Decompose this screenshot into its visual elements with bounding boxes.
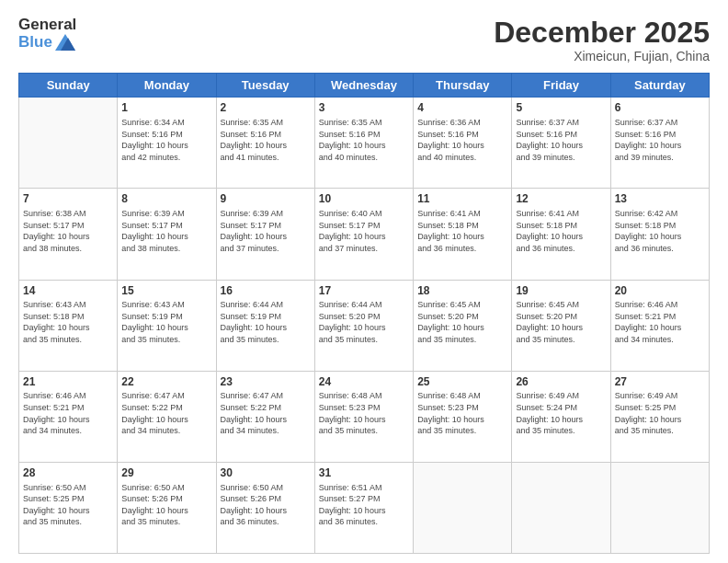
day-number: 1	[121, 100, 211, 116]
day-cell: 13Sunrise: 6:42 AM Sunset: 5:18 PM Dayli…	[610, 189, 709, 280]
day-info: Sunrise: 6:45 AM Sunset: 5:20 PM Dayligh…	[417, 299, 507, 345]
day-info: Sunrise: 6:50 AM Sunset: 5:25 PM Dayligh…	[23, 482, 113, 528]
logo-general: General	[18, 17, 76, 34]
day-info: Sunrise: 6:49 AM Sunset: 5:25 PM Dayligh…	[615, 390, 705, 436]
day-cell: 26Sunrise: 6:49 AM Sunset: 5:24 PM Dayli…	[512, 371, 610, 462]
day-number: 19	[516, 283, 606, 299]
day-cell: 20Sunrise: 6:46 AM Sunset: 5:21 PM Dayli…	[610, 280, 709, 371]
week-row-5: 28Sunrise: 6:50 AM Sunset: 5:25 PM Dayli…	[19, 462, 710, 553]
day-number: 16	[221, 283, 311, 299]
day-cell: 30Sunrise: 6:50 AM Sunset: 5:26 PM Dayli…	[216, 462, 314, 553]
day-cell: 24Sunrise: 6:48 AM Sunset: 5:23 PM Dayli…	[314, 371, 413, 462]
day-number: 22	[121, 374, 211, 390]
day-cell	[610, 462, 709, 553]
day-cell: 9Sunrise: 6:39 AM Sunset: 5:17 PM Daylig…	[216, 189, 314, 280]
day-number: 25	[417, 374, 507, 390]
month-title: December 2025	[494, 17, 710, 49]
day-cell: 21Sunrise: 6:46 AM Sunset: 5:21 PM Dayli…	[19, 371, 118, 462]
weekday-header-tuesday: Tuesday	[216, 74, 314, 98]
day-cell: 14Sunrise: 6:43 AM Sunset: 5:18 PM Dayli…	[19, 280, 118, 371]
day-cell: 23Sunrise: 6:47 AM Sunset: 5:22 PM Dayli…	[216, 371, 314, 462]
header: General Blue December 2025 Ximeicun, Fuj…	[18, 17, 710, 63]
day-cell: 15Sunrise: 6:43 AM Sunset: 5:19 PM Dayli…	[118, 280, 216, 371]
day-cell: 22Sunrise: 6:47 AM Sunset: 5:22 PM Dayli…	[118, 371, 216, 462]
day-info: Sunrise: 6:50 AM Sunset: 5:26 PM Dayligh…	[221, 482, 311, 528]
day-info: Sunrise: 6:41 AM Sunset: 5:18 PM Dayligh…	[516, 208, 606, 254]
day-info: Sunrise: 6:44 AM Sunset: 5:20 PM Dayligh…	[319, 299, 409, 345]
day-number: 26	[516, 374, 606, 390]
logo-blue: Blue	[18, 34, 52, 52]
day-info: Sunrise: 6:35 AM Sunset: 5:16 PM Dayligh…	[319, 117, 409, 163]
day-info: Sunrise: 6:48 AM Sunset: 5:23 PM Dayligh…	[417, 390, 507, 436]
day-info: Sunrise: 6:44 AM Sunset: 5:19 PM Dayligh…	[221, 299, 311, 345]
weekday-header-thursday: Thursday	[414, 74, 512, 98]
weekday-header-sunday: Sunday	[19, 74, 118, 98]
day-number: 8	[121, 191, 211, 207]
day-info: Sunrise: 6:48 AM Sunset: 5:23 PM Dayligh…	[319, 390, 409, 436]
day-info: Sunrise: 6:42 AM Sunset: 5:18 PM Dayligh…	[615, 208, 705, 254]
day-info: Sunrise: 6:39 AM Sunset: 5:17 PM Dayligh…	[121, 208, 211, 254]
day-number: 12	[516, 191, 606, 207]
weekday-header-friday: Friday	[512, 74, 610, 98]
day-cell: 11Sunrise: 6:41 AM Sunset: 5:18 PM Dayli…	[414, 189, 512, 280]
day-number: 5	[516, 100, 606, 116]
logo-icon	[55, 34, 75, 51]
day-number: 18	[417, 283, 507, 299]
weekday-header-saturday: Saturday	[610, 74, 709, 98]
day-cell: 1Sunrise: 6:34 AM Sunset: 5:16 PM Daylig…	[118, 98, 216, 189]
day-cell: 12Sunrise: 6:41 AM Sunset: 5:18 PM Dayli…	[512, 189, 610, 280]
day-cell: 3Sunrise: 6:35 AM Sunset: 5:16 PM Daylig…	[314, 98, 413, 189]
day-cell	[19, 98, 118, 189]
day-info: Sunrise: 6:45 AM Sunset: 5:20 PM Dayligh…	[516, 299, 606, 345]
day-cell: 2Sunrise: 6:35 AM Sunset: 5:16 PM Daylig…	[216, 98, 314, 189]
day-number: 9	[221, 191, 311, 207]
weekday-header-monday: Monday	[118, 74, 216, 98]
day-info: Sunrise: 6:43 AM Sunset: 5:18 PM Dayligh…	[23, 299, 113, 345]
day-number: 23	[221, 374, 311, 390]
day-info: Sunrise: 6:51 AM Sunset: 5:27 PM Dayligh…	[319, 482, 409, 528]
day-info: Sunrise: 6:37 AM Sunset: 5:16 PM Dayligh…	[615, 117, 705, 163]
day-number: 13	[615, 191, 705, 207]
week-row-4: 21Sunrise: 6:46 AM Sunset: 5:21 PM Dayli…	[19, 371, 710, 462]
day-cell: 19Sunrise: 6:45 AM Sunset: 5:20 PM Dayli…	[512, 280, 610, 371]
day-info: Sunrise: 6:46 AM Sunset: 5:21 PM Dayligh…	[23, 390, 113, 436]
calendar-table: SundayMondayTuesdayWednesdayThursdayFrid…	[18, 73, 710, 554]
logo: General Blue	[18, 17, 76, 51]
day-number: 4	[417, 100, 507, 116]
day-info: Sunrise: 6:47 AM Sunset: 5:22 PM Dayligh…	[221, 390, 311, 436]
day-number: 6	[615, 100, 705, 116]
day-cell: 18Sunrise: 6:45 AM Sunset: 5:20 PM Dayli…	[414, 280, 512, 371]
day-cell: 16Sunrise: 6:44 AM Sunset: 5:19 PM Dayli…	[216, 280, 314, 371]
day-info: Sunrise: 6:50 AM Sunset: 5:26 PM Dayligh…	[121, 482, 211, 528]
day-info: Sunrise: 6:39 AM Sunset: 5:17 PM Dayligh…	[221, 208, 311, 254]
day-number: 28	[23, 465, 113, 481]
day-info: Sunrise: 6:40 AM Sunset: 5:17 PM Dayligh…	[319, 208, 409, 254]
day-number: 3	[319, 100, 409, 116]
day-info: Sunrise: 6:37 AM Sunset: 5:16 PM Dayligh…	[516, 117, 606, 163]
page: General Blue December 2025 Ximeicun, Fuj…	[0, 0, 728, 563]
day-number: 7	[23, 191, 113, 207]
day-info: Sunrise: 6:41 AM Sunset: 5:18 PM Dayligh…	[417, 208, 507, 254]
day-cell: 28Sunrise: 6:50 AM Sunset: 5:25 PM Dayli…	[19, 462, 118, 553]
day-number: 27	[615, 374, 705, 390]
day-cell: 31Sunrise: 6:51 AM Sunset: 5:27 PM Dayli…	[314, 462, 413, 553]
day-number: 21	[23, 374, 113, 390]
day-info: Sunrise: 6:36 AM Sunset: 5:16 PM Dayligh…	[417, 117, 507, 163]
day-info: Sunrise: 6:43 AM Sunset: 5:19 PM Dayligh…	[121, 299, 211, 345]
day-cell	[512, 462, 610, 553]
day-cell: 27Sunrise: 6:49 AM Sunset: 5:25 PM Dayli…	[610, 371, 709, 462]
day-cell: 25Sunrise: 6:48 AM Sunset: 5:23 PM Dayli…	[414, 371, 512, 462]
day-cell	[414, 462, 512, 553]
week-row-3: 14Sunrise: 6:43 AM Sunset: 5:18 PM Dayli…	[19, 280, 710, 371]
day-number: 29	[121, 465, 211, 481]
day-info: Sunrise: 6:47 AM Sunset: 5:22 PM Dayligh…	[121, 390, 211, 436]
day-number: 10	[319, 191, 409, 207]
day-number: 24	[319, 374, 409, 390]
day-info: Sunrise: 6:34 AM Sunset: 5:16 PM Dayligh…	[121, 117, 211, 163]
day-cell: 29Sunrise: 6:50 AM Sunset: 5:26 PM Dayli…	[118, 462, 216, 553]
title-block: December 2025 Ximeicun, Fujian, China	[494, 17, 710, 63]
weekday-header-wednesday: Wednesday	[314, 74, 413, 98]
day-info: Sunrise: 6:49 AM Sunset: 5:24 PM Dayligh…	[516, 390, 606, 436]
day-number: 15	[121, 283, 211, 299]
day-info: Sunrise: 6:46 AM Sunset: 5:21 PM Dayligh…	[615, 299, 705, 345]
